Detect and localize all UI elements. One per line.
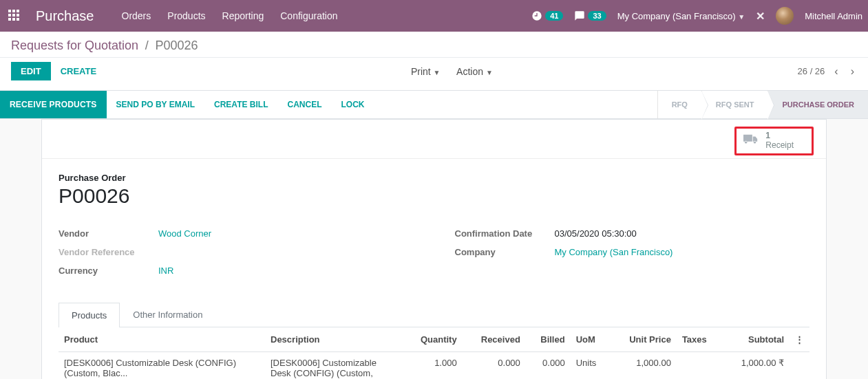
th-product[interactable]: Product — [59, 327, 265, 352]
app-brand[interactable]: Purchase — [36, 8, 94, 24]
cell-product: [DESK0006] Customizable Desk (CONFIG) (C… — [59, 351, 265, 379]
clock-icon — [531, 10, 542, 21]
chevron-down-icon: ▼ — [738, 13, 745, 21]
cell-received: 0.000 — [463, 351, 526, 379]
receipt-count: 1 — [765, 131, 794, 141]
confirm-date-value: 03/05/2020 05:30:00 — [555, 228, 637, 239]
company-value[interactable]: My Company (San Francisco) — [555, 247, 673, 257]
breadcrumb: Requests for Quotation / P00026 — [0, 32, 868, 58]
nav-products[interactable]: Products — [167, 10, 205, 21]
chat-icon — [574, 10, 585, 21]
cancel-button[interactable]: CANCEL — [277, 91, 331, 118]
edit-button[interactable]: EDIT — [11, 62, 51, 80]
cell-billed: 0.000 — [526, 351, 571, 379]
tray-clock-icon[interactable]: 41 — [531, 10, 563, 21]
stage-rfq-sent[interactable]: RFQ SENT — [701, 91, 768, 118]
breadcrumb-root[interactable]: Requests for Quotation — [11, 39, 138, 52]
cell-unit-price: 1,000.00 — [610, 351, 677, 379]
stage-purchase-order[interactable]: PURCHASE ORDER — [768, 91, 868, 118]
po-title-label: Purchase Order — [59, 173, 809, 183]
breadcrumb-sep: / — [145, 39, 149, 52]
currency-value[interactable]: INR — [158, 266, 173, 276]
action-label: Action — [456, 66, 483, 77]
nav-configuration[interactable]: Configuration — [280, 10, 337, 21]
cell-description: [DESK0006] Customizable Desk (CONFIG) (C… — [265, 351, 403, 379]
tray-counter-1: 41 — [545, 11, 563, 21]
debug-close-icon[interactable]: ✕ — [756, 10, 765, 23]
cell-uom: Units — [571, 351, 611, 379]
form-sheet: 1 Receipt Purchase Order P00026 Vendor W… — [41, 119, 827, 379]
company-name-label: My Company (San Francisco) — [617, 11, 736, 21]
lock-button[interactable]: LOCK — [331, 91, 374, 118]
cell-quantity: 1.000 — [403, 351, 463, 379]
receipt-stat-button[interactable]: 1 Receipt — [734, 127, 814, 155]
top-navbar: Purchase Orders Products Reporting Confi… — [0, 0, 868, 32]
th-description[interactable]: Description — [265, 327, 403, 352]
control-bar: EDIT CREATE Print ▼ Action ▼ 26 / 26 ‹ › — [0, 58, 868, 90]
th-taxes[interactable]: Taxes — [677, 327, 721, 352]
create-button[interactable]: CREATE — [51, 62, 106, 80]
tray-chat-icon[interactable]: 33 — [574, 10, 606, 21]
th-uom[interactable]: UoM — [571, 327, 611, 352]
po-name: P00026 — [59, 184, 809, 208]
company-switcher[interactable]: My Company (San Francisco) ▼ — [617, 11, 745, 21]
pager-next[interactable]: › — [848, 65, 857, 78]
vendor-label: Vendor — [59, 228, 158, 239]
truck-icon — [743, 133, 759, 148]
chevron-down-icon: ▼ — [486, 69, 493, 76]
th-more-icon[interactable]: ⋮ — [790, 327, 809, 352]
nav-reporting[interactable]: Reporting — [222, 10, 264, 21]
chevron-down-icon: ▼ — [434, 69, 441, 76]
tab-other-info[interactable]: Other Information — [120, 302, 215, 327]
sheet-tabs: Products Other Information — [59, 302, 809, 327]
user-name[interactable]: Mitchell Admin — [805, 11, 862, 21]
pager: 26 / 26 ‹ › — [798, 65, 857, 78]
receive-products-button[interactable]: RECEIVE PRODUCTS — [0, 91, 107, 118]
vendor-value[interactable]: Wood Corner — [158, 228, 211, 239]
pager-count: 26 / 26 — [798, 66, 825, 76]
receipt-label: Receipt — [765, 141, 794, 151]
th-quantity[interactable]: Quantity — [403, 327, 463, 352]
currency-label: Currency — [59, 266, 158, 276]
action-dropdown[interactable]: Action ▼ — [456, 66, 493, 77]
cell-subtotal: 1,000.00 ₹ — [721, 351, 790, 379]
table-row[interactable]: [DESK0006] Customizable Desk (CONFIG) (C… — [59, 351, 809, 379]
vendor-ref-label: Vendor Reference — [59, 247, 158, 257]
tab-products[interactable]: Products — [59, 303, 120, 327]
th-unit-price[interactable]: Unit Price — [610, 327, 677, 352]
stage-rfq[interactable]: RFQ — [657, 91, 701, 118]
nav-links: Orders Products Reporting Configuration — [122, 10, 338, 21]
tray-counter-2: 33 — [588, 11, 606, 21]
pager-prev[interactable]: ‹ — [832, 65, 840, 78]
th-received[interactable]: Received — [463, 327, 526, 352]
status-bar: RECEIVE PRODUCTS SEND PO BY EMAIL CREATE… — [0, 90, 868, 119]
apps-icon[interactable] — [8, 10, 21, 22]
order-lines-table: Product Description Quantity Received Bi… — [59, 327, 809, 379]
company-label: Company — [455, 247, 555, 257]
nav-orders[interactable]: Orders — [122, 10, 151, 21]
cell-taxes — [677, 351, 721, 379]
avatar[interactable] — [776, 7, 794, 25]
breadcrumb-current: P00026 — [155, 39, 198, 52]
send-po-button[interactable]: SEND PO BY EMAIL — [107, 91, 204, 118]
th-subtotal[interactable]: Subtotal — [721, 327, 790, 352]
print-dropdown[interactable]: Print ▼ — [411, 66, 441, 77]
print-label: Print — [411, 66, 431, 77]
confirm-date-label: Confirmation Date — [455, 228, 555, 239]
create-bill-button[interactable]: CREATE BILL — [204, 91, 277, 118]
th-billed[interactable]: Billed — [526, 327, 571, 352]
nav-right: 41 33 My Company (San Francisco) ▼ ✕ Mit… — [531, 7, 862, 25]
